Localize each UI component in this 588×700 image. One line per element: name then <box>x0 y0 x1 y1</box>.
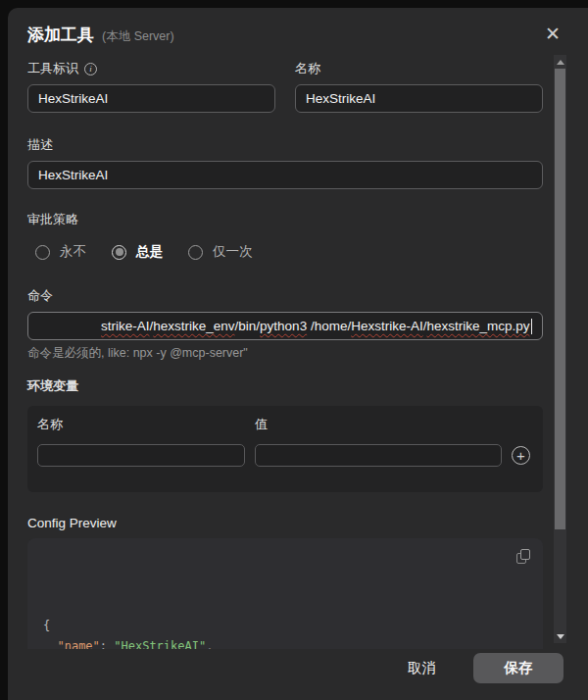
dialog-subtitle: (本地 Server) <box>102 28 174 45</box>
dialog-header: 添加工具 (本地 Server) <box>8 8 588 46</box>
env-value-input[interactable] <box>255 444 502 467</box>
env-name-input[interactable] <box>37 444 245 467</box>
radio-once[interactable]: 仅一次 <box>188 243 253 261</box>
name-input[interactable] <box>295 84 543 113</box>
config-preview-label: Config Preview <box>27 516 543 530</box>
command-input[interactable]: strike-AI/hexstrike_env/bin/python3 /hom… <box>27 312 543 340</box>
info-icon[interactable]: i <box>84 63 97 75</box>
config-preview-code: { "name": "HexStrikeAI", "key": "HexStri… <box>27 538 543 649</box>
env-vars-panel: 名称 值 + <box>27 406 543 492</box>
name-label: 名称 <box>295 60 543 77</box>
close-icon[interactable]: ✕ <box>541 22 564 45</box>
add-tool-dialog: 添加工具 (本地 Server) ✕ 工具标识 i 名称 描述 审批策略 <box>8 8 588 700</box>
dialog-title: 添加工具 <box>27 24 94 46</box>
scrollbar-thumb[interactable] <box>555 69 565 529</box>
command-hint: 命令是必须的, like: npx -y @mcp-server" <box>27 345 543 362</box>
text-caret <box>531 319 533 334</box>
radio-always[interactable]: 总是 <box>112 243 163 261</box>
scrollbar-up-arrow-icon[interactable] <box>554 55 566 69</box>
tool-id-label: 工具标识 i <box>27 60 275 77</box>
add-env-var-icon[interactable]: + <box>512 446 530 465</box>
scrollbar-down-arrow-icon[interactable] <box>554 629 566 643</box>
copy-icon[interactable] <box>516 549 530 564</box>
env-value-label: 值 <box>255 416 502 433</box>
save-button[interactable]: 保存 <box>473 653 564 683</box>
env-vars-label: 环境变量 <box>27 377 543 395</box>
radio-circle-icon <box>112 245 126 260</box>
radio-never[interactable]: 永不 <box>35 243 86 261</box>
command-label: 命令 <box>27 287 543 305</box>
radio-circle-icon <box>188 245 203 260</box>
dialog-footer: 取消 保存 <box>408 653 564 683</box>
approval-policy-label: 审批策略 <box>27 211 543 228</box>
scrollbar[interactable] <box>554 55 566 643</box>
radio-circle-icon <box>35 245 50 260</box>
description-input[interactable] <box>27 161 543 189</box>
dialog-body: 工具标识 i 名称 描述 审批策略 永不 <box>8 54 574 649</box>
tool-id-input[interactable] <box>27 84 275 113</box>
description-label: 描述 <box>27 136 543 154</box>
env-name-label: 名称 <box>37 416 245 433</box>
approval-radio-group: 永不 总是 仅一次 <box>27 243 543 261</box>
cancel-button[interactable]: 取消 <box>408 659 436 677</box>
